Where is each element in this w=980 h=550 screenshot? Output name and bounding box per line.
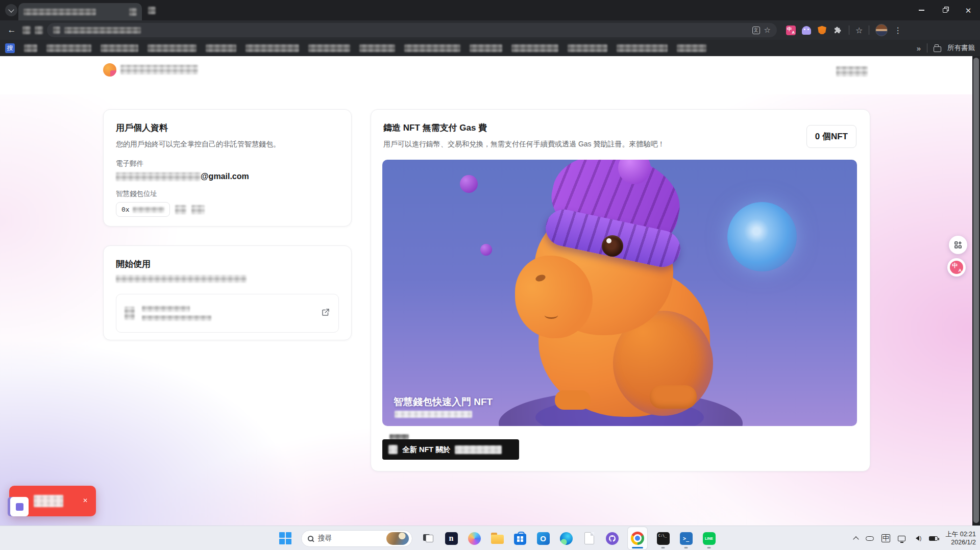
search-icon — [308, 536, 313, 541]
taskbar-outlook[interactable]: O — [536, 527, 550, 549]
tray-date: 2026/1/2 — [945, 538, 976, 546]
bookmark-star-icon[interactable]: ☆ — [764, 26, 771, 35]
display-icon[interactable] — [898, 536, 905, 541]
folder-icon — [934, 46, 941, 52]
windows-taskbar: 搜尋 n O C:\_ >_ LINE 中 ) 上午 02:21 — [0, 526, 980, 550]
taskbar-edge[interactable] — [559, 527, 573, 549]
taskbar-github-desktop[interactable] — [605, 527, 619, 549]
translate-float-button[interactable]: 中A — [947, 258, 966, 277]
bookmark-item-redacted[interactable] — [677, 44, 706, 52]
bookmark-item-redacted[interactable] — [206, 44, 236, 52]
taskbar-powershell[interactable]: >_ — [679, 527, 693, 549]
bookmark-item-redacted[interactable] — [246, 44, 299, 52]
getting-started-link-item[interactable] — [116, 294, 339, 333]
item-subtitle-redacted — [142, 315, 211, 321]
bookmark-item-redacted[interactable] — [24, 44, 37, 52]
browser-menu-icon[interactable]: ⋮ — [894, 26, 902, 35]
restore-button[interactable] — [933, 0, 957, 20]
wallet-widget-icon[interactable] — [10, 497, 29, 516]
copy-address-button-redacted[interactable] — [175, 205, 186, 214]
hidden-icons-chevron[interactable] — [853, 536, 859, 542]
taskbar-copilot[interactable] — [467, 527, 481, 549]
volume-icon[interactable]: ) — [913, 536, 921, 541]
extensions-puzzle-icon[interactable] — [833, 26, 843, 35]
bookmark-item-redacted[interactable] — [308, 44, 350, 52]
edge-icon — [560, 532, 573, 545]
onedrive-icon[interactable] — [866, 536, 874, 541]
scrollbar[interactable] — [972, 56, 980, 526]
reload-button-redacted[interactable] — [35, 26, 43, 34]
profile-avatar[interactable] — [875, 24, 888, 36]
toast-close-icon[interactable]: ✕ — [83, 497, 88, 504]
github-icon — [606, 532, 619, 545]
tray-clock[interactable]: 上午 02:21 2026/1/2 — [945, 530, 976, 547]
hero-illustration[interactable]: 智慧錢包快速入門 NFT — [382, 160, 857, 426]
close-button[interactable]: ✕ — [957, 0, 980, 20]
header-action-redacted[interactable] — [836, 66, 868, 77]
capybara-mouth — [545, 312, 558, 319]
getting-started-subtitle-redacted — [116, 275, 247, 283]
new-nft-banner[interactable]: 全新 NFT 關於 — [382, 439, 519, 460]
hero-subtitle-redacted — [395, 411, 472, 418]
banner-text: 全新 NFT 關於 — [402, 445, 450, 455]
back-button[interactable]: ← — [5, 25, 18, 35]
metamask-extension-icon[interactable] — [817, 26, 827, 35]
widget-launcher-button[interactable] — [949, 236, 967, 254]
translate-extension-icon[interactable]: 中A — [786, 26, 796, 35]
side-panel-bookmarks-icon[interactable]: ☆ — [855, 26, 863, 35]
bookmark-item-redacted[interactable] — [511, 44, 558, 52]
bookmark-item-redacted[interactable] — [148, 44, 197, 52]
forward-button-redacted[interactable] — [22, 26, 31, 34]
capybara-eye — [602, 235, 623, 257]
nft-card: 鑄造 NFT 無需支付 Gas 費 用戶可以進行鑄幣、交易和兌換，無需支付任何手… — [371, 109, 870, 471]
browser-tab[interactable] — [18, 3, 142, 20]
start-button[interactable] — [278, 527, 292, 549]
ime-indicator[interactable]: 中 — [881, 534, 890, 543]
site-info-icon-redacted[interactable] — [53, 27, 60, 34]
bookmark-item-redacted[interactable] — [101, 44, 138, 52]
line-icon: LINE — [703, 532, 716, 545]
email-label: 電子郵件 — [116, 159, 339, 168]
search-highlight-image[interactable] — [386, 532, 409, 545]
taskbar-line[interactable]: LINE — [702, 527, 716, 549]
tab-close-redacted[interactable] — [129, 8, 137, 16]
battery-icon[interactable] — [929, 536, 938, 541]
getting-started-title: 開始使用 — [116, 258, 339, 270]
bookmarks-overflow-chevron[interactable]: » — [917, 44, 921, 53]
site-logo[interactable] — [103, 63, 116, 77]
bookmark-item-redacted[interactable] — [568, 44, 607, 52]
system-tray: 中 ) 上午 02:21 2026/1/2 — [854, 526, 976, 550]
minimize-button[interactable] — [910, 0, 933, 20]
address-bar[interactable]: 文 ☆ — [47, 23, 777, 37]
translate-page-icon[interactable]: 文 — [752, 27, 760, 34]
taskbar-search-box[interactable]: 搜尋 — [301, 530, 412, 547]
all-bookmarks-label[interactable]: 所有書籤 — [947, 43, 975, 53]
taskbar-notepad[interactable] — [582, 527, 596, 549]
taskbar-notion[interactable]: n — [444, 527, 458, 549]
external-link-icon[interactable] — [321, 308, 330, 319]
new-tab-button[interactable] — [148, 7, 156, 14]
extensions-area: 中A ☆ ⋮ — [786, 24, 902, 36]
notification-toast[interactable]: ✕ — [9, 486, 96, 516]
taskbar-chrome-active[interactable] — [628, 527, 647, 549]
taskbar-terminal[interactable]: C:\_ — [656, 527, 670, 549]
profile-card-title: 用戶個人資料 — [116, 122, 339, 134]
document-icon — [584, 532, 594, 544]
bookmark-item-redacted[interactable] — [617, 44, 668, 52]
bookmark-item-redacted[interactable] — [359, 44, 395, 52]
nft-count-badge[interactable]: 0 個NFT — [806, 125, 856, 148]
task-view-button[interactable] — [421, 527, 435, 549]
tab-search-button[interactable] — [5, 4, 17, 16]
bookmark-favicon[interactable]: 搜 — [5, 43, 15, 53]
desktop-screen: ✕ ← 文 ☆ 中A ☆ ⋮ 搜 — [0, 0, 980, 550]
phantom-wallet-extension-icon[interactable] — [802, 26, 811, 35]
scrollbar-thumb[interactable] — [973, 58, 979, 523]
bookmark-item-redacted[interactable] — [470, 44, 502, 52]
browser-toolbar: ← 文 ☆ 中A ☆ ⋮ — [0, 20, 980, 40]
bookmark-item-redacted[interactable] — [46, 44, 91, 52]
bookmark-item-redacted[interactable] — [404, 44, 460, 52]
taskbar-file-explorer[interactable] — [490, 527, 504, 549]
wallet-address-pill[interactable]: 0x — [116, 202, 170, 217]
address-action-redacted[interactable] — [191, 205, 205, 214]
taskbar-microsoft-store[interactable] — [513, 527, 527, 549]
